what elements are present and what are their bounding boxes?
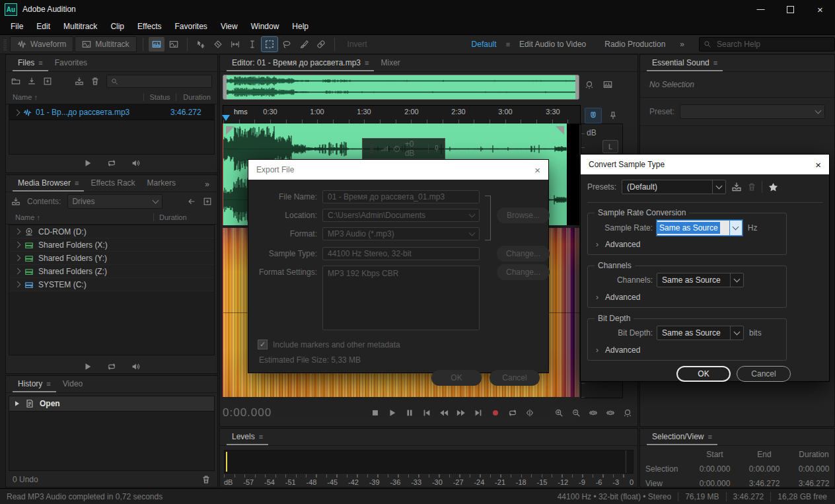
files-search-box[interactable] xyxy=(106,75,212,88)
location-dropdown[interactable]: C:\Users\Admin\Documents xyxy=(322,209,480,222)
hud-grip[interactable] xyxy=(370,144,373,153)
convert-ok-button[interactable]: OK xyxy=(676,366,731,382)
delete-icon[interactable] xyxy=(91,77,100,86)
workspace-radio-production[interactable]: Radio Production xyxy=(595,40,674,49)
menu-view[interactable]: View xyxy=(214,18,244,34)
skip-to-end-button[interactable] xyxy=(470,406,487,420)
move-tool[interactable] xyxy=(193,37,209,52)
fade-out-handle[interactable] xyxy=(556,126,564,135)
overview-navigator[interactable] xyxy=(223,75,579,100)
bit-depth-advanced-toggle[interactable]: ›Advanced xyxy=(596,345,640,355)
sample-type-change-button[interactable]: Change... xyxy=(497,246,550,262)
close-button[interactable]: × xyxy=(805,0,835,18)
paintbrush-selection-tool[interactable] xyxy=(296,37,312,52)
marker-pin-icon[interactable] xyxy=(608,111,618,120)
tab-mixer[interactable]: Mixer xyxy=(375,55,405,71)
tab-selection-view[interactable]: Selection/View≡ xyxy=(647,429,717,445)
media-col-duration[interactable]: Duration xyxy=(154,213,217,221)
chevron-down-icon[interactable] xyxy=(730,273,743,287)
menu-file[interactable]: File xyxy=(4,18,30,34)
display-options-icon[interactable] xyxy=(603,80,612,89)
tab-markers[interactable]: Markers xyxy=(142,176,181,192)
essential-preset-dropdown[interactable] xyxy=(680,104,825,119)
razor-tool[interactable] xyxy=(210,37,226,52)
zoom-out-amplitude-button[interactable] xyxy=(567,406,585,420)
view-duration[interactable]: 3:46.272 xyxy=(788,479,835,488)
menu-multitrack[interactable]: Multitrack xyxy=(57,18,104,34)
selection-start[interactable]: 0:00.000 xyxy=(689,464,741,474)
panel-menu-icon[interactable]: ≡ xyxy=(38,59,42,67)
export-cancel-button[interactable]: Cancel xyxy=(490,370,540,386)
show-spectral-button[interactable] xyxy=(149,37,164,52)
timeline-ruler[interactable]: hms 0:30 1:00 1:30 2:00 2:30 3:00 3:30 xyxy=(223,105,581,125)
files-play-icon[interactable] xyxy=(83,159,92,168)
drive-row[interactable]: Shared Folders (Y:) xyxy=(9,252,214,265)
close-icon[interactable]: × xyxy=(534,164,540,176)
menu-favorites[interactable]: Favorites xyxy=(168,18,214,34)
expand-icon[interactable] xyxy=(14,109,20,116)
zoom-out-time-button[interactable] xyxy=(602,406,619,420)
menu-window[interactable]: Window xyxy=(244,18,286,34)
convert-dialog-titlebar[interactable]: Convert Sample Type × xyxy=(581,155,829,174)
export-ok-button[interactable]: OK xyxy=(431,370,482,386)
hud-pin-icon[interactable] xyxy=(433,145,441,153)
contents-dropdown[interactable]: Drives xyxy=(67,194,163,209)
hud-gain-knob-icon[interactable] xyxy=(392,145,401,153)
selection-duration[interactable]: 0:00.000 xyxy=(788,464,835,474)
format-settings-change-button[interactable]: Change... xyxy=(497,264,550,280)
skip-to-start-button[interactable] xyxy=(418,406,435,420)
search-help-box[interactable] xyxy=(699,37,835,52)
tab-favorites[interactable]: Favorites xyxy=(50,55,92,71)
browse-button[interactable]: Browse... xyxy=(497,207,550,223)
lasso-selection-tool[interactable] xyxy=(279,37,295,52)
panel-menu-icon[interactable]: ≡ xyxy=(713,59,717,67)
drive-row[interactable]: CD-ROM (D:) xyxy=(9,225,214,238)
media-autoplay-icon[interactable] xyxy=(131,362,140,371)
waveform-view-button[interactable]: Waveform xyxy=(10,36,73,52)
drive-row[interactable]: SYSTEM (C:) xyxy=(9,278,214,291)
media-import-icon[interactable] xyxy=(11,197,20,206)
maximize-button[interactable] xyxy=(776,0,805,18)
selection-end[interactable]: 0:00.000 xyxy=(741,464,788,474)
playhead-marker[interactable] xyxy=(222,115,230,121)
show-waveform-button[interactable] xyxy=(166,37,182,52)
batch-export-icon[interactable] xyxy=(75,77,84,86)
include-metadata-checkbox[interactable]: ✓ xyxy=(258,340,268,349)
marquee-selection-tool[interactable] xyxy=(262,37,277,52)
ibeam-tool[interactable] xyxy=(244,37,260,52)
record-button[interactable] xyxy=(487,406,504,420)
new-item-icon[interactable] xyxy=(43,77,52,86)
zoom-navigator-icon[interactable] xyxy=(585,80,594,89)
convert-cancel-button[interactable]: Cancel xyxy=(737,366,791,382)
bit-depth-combobox[interactable]: Same as Source xyxy=(657,326,744,340)
tab-files[interactable]: Files≡ xyxy=(13,55,48,71)
files-loop-icon[interactable] xyxy=(107,159,116,168)
channels-advanced-toggle[interactable]: ›Advanced xyxy=(596,293,640,302)
tab-history[interactable]: History≡ xyxy=(13,377,56,392)
panel-menu-icon[interactable]: ≡ xyxy=(75,179,79,187)
invert-button[interactable]: Invert xyxy=(340,40,375,49)
tab-effects-rack[interactable]: Effects Rack xyxy=(85,176,140,192)
clear-history-icon[interactable] xyxy=(201,475,211,484)
drive-row[interactable]: Shared Folders (X:) xyxy=(9,238,214,252)
file-row[interactable]: 01 - Вр...до рассвета.mp3 3:46.272 xyxy=(9,105,214,120)
file-name-input[interactable]: 01 - Время до рассвета_01.mp3 xyxy=(322,190,480,203)
media-play-icon[interactable] xyxy=(83,362,92,371)
overview-right-handle[interactable] xyxy=(575,75,579,99)
gain-hud[interactable]: +0 dB xyxy=(362,138,445,159)
channel-l-button[interactable]: L xyxy=(602,140,618,153)
view-end[interactable]: 3:46.272 xyxy=(741,479,788,488)
snap-toggle[interactable] xyxy=(585,108,602,124)
panel-menu-icon[interactable]: ≡ xyxy=(259,433,263,441)
files-col-duration[interactable]: Duration xyxy=(176,93,217,101)
search-help-input[interactable] xyxy=(715,39,817,50)
files-col-name[interactable]: Name ↑ xyxy=(6,93,143,101)
skip-selection-button[interactable] xyxy=(521,406,538,420)
menu-effects[interactable]: Effects xyxy=(131,18,168,34)
import-file-icon[interactable] xyxy=(27,77,36,86)
play-button[interactable] xyxy=(384,406,401,420)
fast-forward-button[interactable] xyxy=(453,406,470,420)
workspace-overflow-icon[interactable]: » xyxy=(674,40,690,49)
multitrack-view-button[interactable]: Multitrack xyxy=(75,36,136,52)
stop-button[interactable] xyxy=(367,406,384,420)
